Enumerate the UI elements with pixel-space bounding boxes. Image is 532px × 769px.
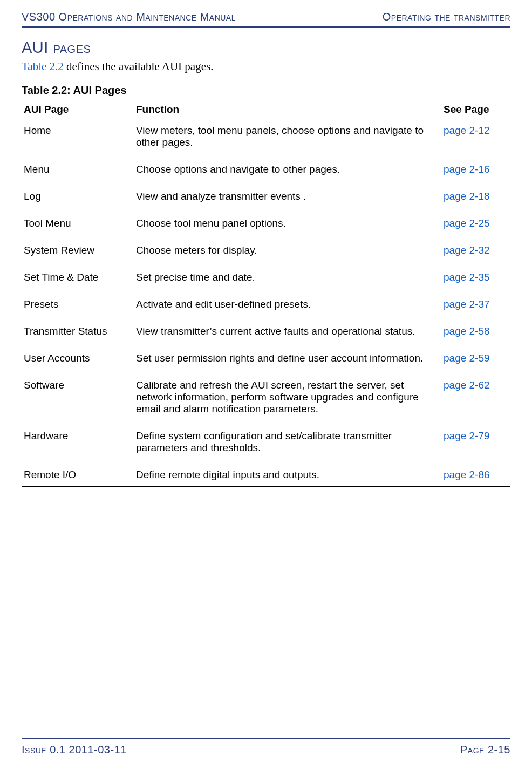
cell-see-page: page 2-79 <box>441 425 510 464</box>
cell-function: Set precise time and date. <box>134 266 441 293</box>
page-ref-link[interactable]: page 2-59 <box>444 352 490 364</box>
cell-function: Choose meters for display. <box>134 239 441 266</box>
cell-see-page: page 2-59 <box>441 347 510 374</box>
table-row: HomeView meters, tool menu panels, choos… <box>22 119 510 159</box>
header-left: VS300 Operations and Maintenance Manual <box>22 11 236 23</box>
cell-aui-page: Home <box>22 119 134 159</box>
cell-aui-page: Software <box>22 374 134 425</box>
cell-function: Define remote digital inputs and outputs… <box>134 464 441 487</box>
cell-aui-page: Remote I/O <box>22 464 134 487</box>
cell-see-page: page 2-86 <box>441 464 510 487</box>
page-ref-link[interactable]: page 2-35 <box>444 271 490 283</box>
th-see-page: See Page <box>441 100 510 119</box>
table-row: User AccountsSet user permission rights … <box>22 347 510 374</box>
table-row: Transmitter StatusView transmitter’s cur… <box>22 320 510 347</box>
cell-function: Calibrate and refresh the AUI screen, re… <box>134 374 441 425</box>
footer-right: Page 2-15 <box>460 744 510 756</box>
page-ref-link[interactable]: page 2-58 <box>444 325 490 337</box>
cell-see-page: page 2-16 <box>441 158 510 185</box>
page-ref-link[interactable]: page 2-25 <box>444 217 490 229</box>
table-row: PresetsActivate and edit user-defined pr… <box>22 293 510 320</box>
cell-function: View meters, tool menu panels, choose op… <box>134 119 441 159</box>
aui-pages-table: AUI Page Function See Page HomeView mete… <box>22 100 510 487</box>
th-function: Function <box>134 100 441 119</box>
footer-left: Issue 0.1 2011-03-11 <box>22 744 127 756</box>
section-heading: AUI pages <box>22 39 510 57</box>
cell-aui-page: System Review <box>22 239 134 266</box>
footer-rule <box>22 738 510 739</box>
page-ref-link[interactable]: page 2-37 <box>444 298 490 310</box>
cell-aui-page: Transmitter Status <box>22 320 134 347</box>
table-row: System ReviewChoose meters for display.p… <box>22 239 510 266</box>
table-header-row: AUI Page Function See Page <box>22 100 510 119</box>
table-row: LogView and analyze transmitter events .… <box>22 185 510 212</box>
table-row: Remote I/ODefine remote digital inputs a… <box>22 464 510 487</box>
cell-see-page: page 2-62 <box>441 374 510 425</box>
cell-see-page: page 2-18 <box>441 185 510 212</box>
header-rule <box>22 26 510 28</box>
cell-function: Define system configuration and set/cali… <box>134 425 441 464</box>
page-ref-link[interactable]: page 2-62 <box>444 379 490 391</box>
table-row: SoftwareCalibrate and refresh the AUI sc… <box>22 374 510 425</box>
page-header: VS300 Operations and Maintenance Manual … <box>22 11 510 26</box>
header-right: Operating the transmitter <box>383 11 510 23</box>
cell-see-page: page 2-25 <box>441 212 510 239</box>
table-title: Table 2.2: AUI Pages <box>22 84 510 97</box>
cell-aui-page: Tool Menu <box>22 212 134 239</box>
page-ref-link[interactable]: page 2-18 <box>444 190 490 202</box>
cell-aui-page: Presets <box>22 293 134 320</box>
cell-aui-page: Hardware <box>22 425 134 464</box>
table-row: HardwareDefine system configuration and … <box>22 425 510 464</box>
cell-see-page: page 2-12 <box>441 119 510 159</box>
table-row: Set Time & DateSet precise time and date… <box>22 266 510 293</box>
th-aui-page: AUI Page <box>22 100 134 119</box>
page-footer: Issue 0.1 2011-03-11 Page 2-15 <box>22 738 510 756</box>
table-row: Tool MenuChoose tool menu panel options.… <box>22 212 510 239</box>
cell-function: View transmitter’s current active faults… <box>134 320 441 347</box>
cell-function: Activate and edit user-defined presets. <box>134 293 441 320</box>
cell-see-page: page 2-58 <box>441 320 510 347</box>
cell-aui-page: User Accounts <box>22 347 134 374</box>
cell-function: Choose options and navigate to other pag… <box>134 158 441 185</box>
page-ref-link[interactable]: page 2-16 <box>444 164 490 175</box>
cell-function: Set user permission rights and define us… <box>134 347 441 374</box>
page-ref-link[interactable]: page 2-12 <box>444 125 490 136</box>
cell-aui-page: Log <box>22 185 134 212</box>
page-ref-link[interactable]: page 2-86 <box>444 469 490 480</box>
cell-function: View and analyze transmitter events . <box>134 185 441 212</box>
cell-aui-page: Menu <box>22 158 134 185</box>
intro-paragraph: Table 2.2 defines the available AUI page… <box>22 60 510 73</box>
intro-rest: defines the available AUI pages. <box>64 60 214 73</box>
cell-see-page: page 2-37 <box>441 293 510 320</box>
table-ref-link[interactable]: Table 2.2 <box>22 60 64 73</box>
cell-see-page: page 2-35 <box>441 266 510 293</box>
page-ref-link[interactable]: page 2-32 <box>444 244 490 256</box>
table-row: MenuChoose options and navigate to other… <box>22 158 510 185</box>
cell-function: Choose tool menu panel options. <box>134 212 441 239</box>
page-ref-link[interactable]: page 2-79 <box>444 430 490 441</box>
cell-aui-page: Set Time & Date <box>22 266 134 293</box>
cell-see-page: page 2-32 <box>441 239 510 266</box>
